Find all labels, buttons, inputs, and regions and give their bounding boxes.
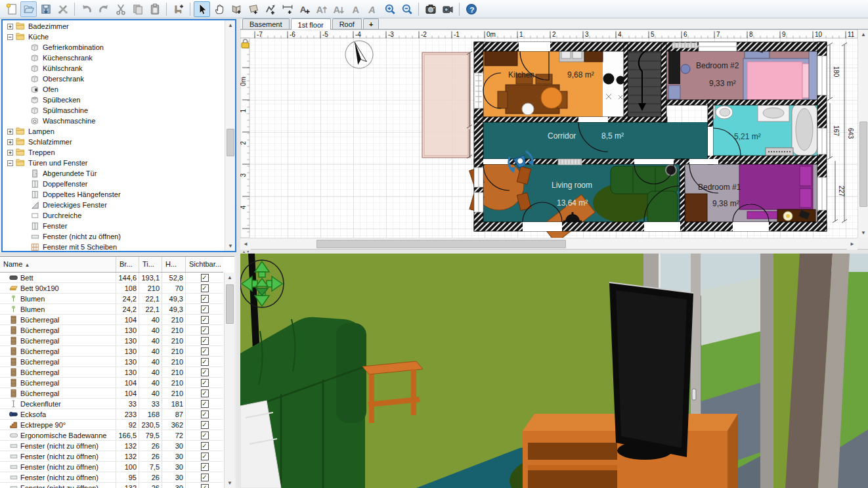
table-row[interactable]: Bücherregal10440210✓ xyxy=(0,388,223,399)
visible-checkbox[interactable]: ✓ xyxy=(201,295,209,303)
catalog-category[interactable]: −Küche xyxy=(3,32,224,42)
scroll-up-icon[interactable]: ▲ xyxy=(858,30,868,39)
table-scrollbar[interactable]: ▲ ▼ xyxy=(224,273,234,488)
catalog-item[interactable]: Waschmaschine xyxy=(3,116,224,126)
add-text-button[interactable]: A xyxy=(296,1,313,17)
save-document-button[interactable] xyxy=(37,1,54,17)
table-row[interactable]: Deckenfluter3333181✓ xyxy=(0,399,223,409)
collapse-icon[interactable]: − xyxy=(7,34,13,40)
catalog-category[interactable]: +Lampen xyxy=(3,126,224,137)
catalog-item[interactable]: Doppeltes Hängefenster xyxy=(3,189,224,200)
column-header-visible[interactable]: Sichtbar... xyxy=(186,257,223,272)
catalog-item[interactable]: Fenster xyxy=(3,221,224,231)
catalog-scrollbar[interactable]: ▲ ▼ xyxy=(225,20,235,251)
catalog-item[interactable]: Durchreiche xyxy=(3,210,224,221)
pan-button[interactable] xyxy=(211,1,227,17)
create-rooms-button[interactable] xyxy=(245,1,261,17)
visible-checkbox[interactable]: ✓ xyxy=(201,347,209,355)
visible-checkbox[interactable]: ✓ xyxy=(201,305,209,313)
view-3d-panel[interactable] xyxy=(240,254,868,488)
visible-checkbox[interactable]: ✓ xyxy=(201,316,209,324)
add-floor-tab[interactable]: + xyxy=(363,18,379,29)
catalog-category[interactable]: +Schlafzimmer xyxy=(3,137,224,147)
scrollbar-thumb[interactable] xyxy=(227,129,234,156)
visible-checkbox[interactable]: ✓ xyxy=(201,453,209,460)
visible-checkbox[interactable]: ✓ xyxy=(201,284,209,292)
table-row[interactable]: Blumen24,222,149,3✓ xyxy=(0,304,223,315)
navigation-compass-icon[interactable] xyxy=(240,260,284,307)
visible-checkbox[interactable]: ✓ xyxy=(201,474,209,481)
catalog-item[interactable]: Spülmaschine xyxy=(3,105,224,116)
expand-icon[interactable]: + xyxy=(7,139,13,145)
table-row[interactable]: Bücherregal10440210✓ xyxy=(0,315,223,325)
expand-icon[interactable]: + xyxy=(7,24,13,30)
catalog-category[interactable]: −Türen und Fenster xyxy=(3,158,224,168)
column-header-name[interactable]: Name ▲ xyxy=(0,257,116,272)
visible-checkbox[interactable]: ✓ xyxy=(201,484,209,488)
table-row[interactable]: Fenster (nicht zu öffnen)1322630✓ xyxy=(0,483,223,488)
table-row[interactable]: Fenster (nicht zu öffnen)1322630✓ xyxy=(0,441,223,451)
select-button[interactable] xyxy=(194,1,210,17)
plan-3d-splitter[interactable]: ▲ ▼ xyxy=(240,249,868,254)
visible-checkbox[interactable]: ✓ xyxy=(201,389,209,397)
bold-button[interactable]: A xyxy=(347,1,364,17)
expand-icon[interactable]: + xyxy=(7,150,13,156)
table-row[interactable]: Ecktreppe 90°92230,5362✓ xyxy=(0,420,223,430)
zoom-in-button[interactable] xyxy=(381,1,398,17)
visible-checkbox[interactable]: ✓ xyxy=(201,379,209,387)
visible-checkbox[interactable]: ✓ xyxy=(201,368,209,376)
new-document-button[interactable] xyxy=(3,1,20,17)
view-3d-canvas[interactable] xyxy=(240,254,868,488)
visible-checkbox[interactable]: ✓ xyxy=(201,421,209,429)
table-row[interactable]: Bücherregal10440210✓ xyxy=(0,378,223,388)
table-row[interactable]: Fenster (nicht zu öffnen)952630✓ xyxy=(0,472,223,483)
catalog-item[interactable]: Fenster mit 5 Scheiben xyxy=(3,242,224,251)
catalog-item[interactable]: Ofen xyxy=(3,84,224,95)
plan-horizontal-scrollbar[interactable]: ◄ ► xyxy=(240,238,857,249)
create-polyline-button[interactable] xyxy=(262,1,278,17)
table-row[interactable]: Bett144,6193,152,8✓ xyxy=(0,273,223,283)
expand-icon[interactable]: + xyxy=(7,129,13,135)
catalog-item[interactable]: Gefrierkombination xyxy=(3,42,224,53)
collapse-icon[interactable]: − xyxy=(7,160,13,166)
scrollbar-thumb[interactable] xyxy=(226,284,234,324)
table-row[interactable]: Blumen24,222,149,3✓ xyxy=(0,294,223,304)
copy-button[interactable] xyxy=(129,1,146,17)
catalog-item[interactable]: Dreieckiges Fenster xyxy=(3,200,224,210)
catalog-item[interactable]: Spülbecken xyxy=(3,95,224,105)
increase-text-size-button[interactable]: A xyxy=(313,1,330,17)
table-row[interactable]: Bücherregal13040210✓ xyxy=(0,367,223,378)
tab-roof[interactable]: Roof xyxy=(332,18,362,29)
scroll-right-icon[interactable]: ► xyxy=(847,238,857,250)
furniture-list-panel[interactable]: Name ▲ Br... Ti... H... Sichtbar... Bett… xyxy=(0,256,234,488)
tab-basement[interactable]: Basement xyxy=(242,18,290,29)
help-button[interactable]: ? xyxy=(463,1,479,17)
visible-checkbox[interactable]: ✓ xyxy=(201,326,209,334)
catalog-item[interactable]: Oberschrank xyxy=(3,74,224,84)
redo-button[interactable] xyxy=(95,1,112,17)
catalog-category[interactable]: +Treppen xyxy=(3,147,224,158)
left-horizontal-splitter[interactable] xyxy=(0,252,236,256)
visible-checkbox[interactable]: ✓ xyxy=(201,358,209,366)
table-row[interactable]: Ergonomische Badewanne166,579,572✓ xyxy=(0,430,223,441)
table-row[interactable]: Bücherregal13040210✓ xyxy=(0,357,223,367)
cut-button[interactable] xyxy=(112,1,129,17)
scrollbar-thumb[interactable] xyxy=(316,240,566,248)
table-row[interactable]: Bücherregal13040210✓ xyxy=(0,336,223,346)
visible-checkbox[interactable]: ✓ xyxy=(201,442,209,450)
decrease-text-size-button[interactable]: A xyxy=(330,1,347,17)
room-corridor[interactable] xyxy=(479,122,708,159)
catalog-item[interactable]: Fenster (nicht zu öffnen) xyxy=(3,231,224,242)
staircase[interactable] xyxy=(627,43,661,120)
visible-checkbox[interactable]: ✓ xyxy=(201,400,209,408)
column-header-width[interactable]: Br... xyxy=(116,257,139,272)
create-walls-button[interactable] xyxy=(228,1,244,17)
furniture-catalog-panel[interactable]: +Badezimmer−KücheGefrierkombinationKüche… xyxy=(1,19,236,252)
open-document-button[interactable] xyxy=(20,1,37,17)
catalog-item[interactable]: Küchenschrank xyxy=(3,53,224,63)
scroll-down-icon[interactable]: ▼ xyxy=(225,241,236,251)
create-dimensions-button[interactable] xyxy=(279,1,295,17)
catalog-category[interactable]: +Badezimmer xyxy=(3,21,224,32)
scroll-up-icon[interactable]: ▲ xyxy=(225,273,235,282)
italic-button[interactable]: A xyxy=(364,1,381,17)
